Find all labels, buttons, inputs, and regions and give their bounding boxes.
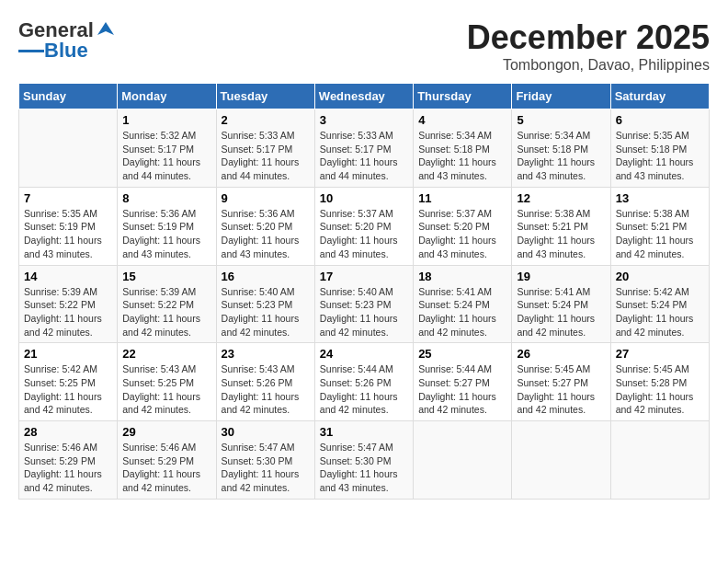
day-number: 6: [616, 113, 704, 127]
day-info: Sunrise: 5:45 AM Sunset: 5:28 PM Dayligh…: [616, 362, 704, 417]
day-info: Sunrise: 5:46 AM Sunset: 5:29 PM Dayligh…: [24, 441, 112, 495]
day-info: Sunrise: 5:45 AM Sunset: 5:27 PM Dayligh…: [517, 362, 605, 417]
day-number: 12: [517, 191, 605, 205]
day-info: Sunrise: 5:37 AM Sunset: 5:20 PM Dayligh…: [418, 207, 506, 261]
title-block: December 2025 Tombongon, Davao, Philippi…: [467, 18, 710, 74]
calendar-cell: 14Sunrise: 5:39 AM Sunset: 5:22 PM Dayli…: [19, 265, 118, 343]
day-info: Sunrise: 5:40 AM Sunset: 5:23 PM Dayligh…: [222, 285, 310, 339]
day-number: 16: [222, 270, 310, 283]
day-info: Sunrise: 5:39 AM Sunset: 5:22 PM Dayligh…: [122, 285, 210, 339]
calendar-cell: 27Sunrise: 5:45 AM Sunset: 5:28 PM Dayli…: [610, 343, 709, 421]
calendar-cell: [414, 421, 512, 500]
day-header-thursday: Thursday: [414, 84, 512, 109]
day-number: 9: [222, 191, 310, 205]
calendar-cell: 16Sunrise: 5:40 AM Sunset: 5:23 PM Dayli…: [216, 265, 314, 343]
day-info: Sunrise: 5:34 AM Sunset: 5:18 PM Dayligh…: [418, 129, 506, 183]
calendar-cell: 7Sunrise: 5:35 AM Sunset: 5:19 PM Daylig…: [19, 187, 118, 265]
day-header-wednesday: Wednesday: [314, 84, 413, 109]
page-subtitle: Tombongon, Davao, Philippines: [467, 57, 710, 74]
calendar-cell: 20Sunrise: 5:42 AM Sunset: 5:24 PM Dayli…: [610, 265, 709, 343]
day-number: 20: [616, 270, 704, 283]
day-info: Sunrise: 5:39 AM Sunset: 5:22 PM Dayligh…: [24, 285, 112, 339]
day-number: 25: [418, 347, 506, 361]
day-number: 2: [222, 113, 310, 127]
day-number: 31: [320, 425, 408, 439]
calendar-cell: 25Sunrise: 5:44 AM Sunset: 5:27 PM Dayli…: [414, 343, 512, 421]
day-info: Sunrise: 5:44 AM Sunset: 5:27 PM Dayligh…: [418, 362, 506, 417]
day-number: 3: [320, 113, 408, 127]
calendar-cell: 29Sunrise: 5:46 AM Sunset: 5:29 PM Dayli…: [118, 421, 216, 500]
day-header-sunday: Sunday: [19, 84, 118, 109]
day-number: 4: [418, 113, 506, 127]
calendar-cell: [19, 109, 118, 188]
calendar-cell: 12Sunrise: 5:38 AM Sunset: 5:21 PM Dayli…: [512, 187, 610, 265]
day-info: Sunrise: 5:33 AM Sunset: 5:17 PM Dayligh…: [222, 129, 310, 183]
week-row: 1Sunrise: 5:32 AM Sunset: 5:17 PM Daylig…: [19, 109, 710, 188]
day-number: 17: [320, 270, 408, 283]
day-info: Sunrise: 5:43 AM Sunset: 5:25 PM Dayligh…: [122, 362, 210, 417]
day-info: Sunrise: 5:34 AM Sunset: 5:18 PM Dayligh…: [517, 129, 605, 183]
day-info: Sunrise: 5:35 AM Sunset: 5:18 PM Dayligh…: [616, 129, 704, 183]
day-info: Sunrise: 5:38 AM Sunset: 5:21 PM Dayligh…: [616, 207, 704, 261]
day-header-saturday: Saturday: [610, 84, 709, 109]
day-number: 28: [24, 425, 112, 439]
day-number: 10: [320, 191, 408, 205]
day-info: Sunrise: 5:43 AM Sunset: 5:26 PM Dayligh…: [222, 362, 310, 417]
calendar-table: SundayMondayTuesdayWednesdayThursdayFrid…: [18, 83, 710, 500]
week-row: 7Sunrise: 5:35 AM Sunset: 5:19 PM Daylig…: [19, 187, 710, 265]
week-row: 14Sunrise: 5:39 AM Sunset: 5:22 PM Dayli…: [19, 265, 710, 343]
day-info: Sunrise: 5:37 AM Sunset: 5:20 PM Dayligh…: [320, 207, 408, 261]
calendar-cell: 28Sunrise: 5:46 AM Sunset: 5:29 PM Dayli…: [19, 421, 118, 500]
calendar-cell: 19Sunrise: 5:41 AM Sunset: 5:24 PM Dayli…: [512, 265, 610, 343]
calendar-cell: 17Sunrise: 5:40 AM Sunset: 5:23 PM Dayli…: [314, 265, 413, 343]
day-header-monday: Monday: [118, 84, 216, 109]
day-info: Sunrise: 5:35 AM Sunset: 5:19 PM Dayligh…: [24, 207, 112, 261]
day-info: Sunrise: 5:32 AM Sunset: 5:17 PM Dayligh…: [122, 129, 210, 183]
day-header-tuesday: Tuesday: [216, 84, 314, 109]
calendar-cell: 10Sunrise: 5:37 AM Sunset: 5:20 PM Dayli…: [314, 187, 413, 265]
calendar-cell: 13Sunrise: 5:38 AM Sunset: 5:21 PM Dayli…: [610, 187, 709, 265]
day-info: Sunrise: 5:33 AM Sunset: 5:17 PM Dayligh…: [320, 129, 408, 183]
day-number: 13: [616, 191, 704, 205]
calendar-cell: 22Sunrise: 5:43 AM Sunset: 5:25 PM Dayli…: [118, 343, 216, 421]
week-row: 28Sunrise: 5:46 AM Sunset: 5:29 PM Dayli…: [19, 421, 710, 500]
day-info: Sunrise: 5:42 AM Sunset: 5:25 PM Dayligh…: [24, 362, 112, 417]
day-number: 22: [122, 347, 210, 361]
calendar-cell: 1Sunrise: 5:32 AM Sunset: 5:17 PM Daylig…: [118, 109, 216, 188]
calendar-cell: [610, 421, 709, 500]
calendar-cell: 30Sunrise: 5:47 AM Sunset: 5:30 PM Dayli…: [216, 421, 314, 500]
calendar-cell: [512, 421, 610, 500]
day-number: 11: [418, 191, 506, 205]
calendar-cell: 18Sunrise: 5:41 AM Sunset: 5:24 PM Dayli…: [414, 265, 512, 343]
day-info: Sunrise: 5:47 AM Sunset: 5:30 PM Dayligh…: [320, 441, 408, 495]
calendar-cell: 4Sunrise: 5:34 AM Sunset: 5:18 PM Daylig…: [414, 109, 512, 188]
day-info: Sunrise: 5:42 AM Sunset: 5:24 PM Dayligh…: [616, 285, 704, 339]
logo-blue-text: Blue: [44, 39, 88, 63]
day-number: 27: [616, 347, 704, 361]
calendar-cell: 23Sunrise: 5:43 AM Sunset: 5:26 PM Dayli…: [216, 343, 314, 421]
day-number: 19: [517, 270, 605, 283]
svg-marker-0: [97, 22, 114, 35]
page-header: General Blue December 2025 Tombongon, Da…: [18, 18, 710, 74]
day-number: 1: [122, 113, 210, 127]
calendar-cell: 6Sunrise: 5:35 AM Sunset: 5:18 PM Daylig…: [610, 109, 709, 188]
day-number: 15: [122, 270, 210, 283]
calendar-cell: 2Sunrise: 5:33 AM Sunset: 5:17 PM Daylig…: [216, 109, 314, 188]
day-number: 30: [222, 425, 310, 439]
week-row: 21Sunrise: 5:42 AM Sunset: 5:25 PM Dayli…: [19, 343, 710, 421]
calendar-cell: 11Sunrise: 5:37 AM Sunset: 5:20 PM Dayli…: [414, 187, 512, 265]
calendar-cell: 5Sunrise: 5:34 AM Sunset: 5:18 PM Daylig…: [512, 109, 610, 188]
day-number: 29: [122, 425, 210, 439]
day-number: 26: [517, 347, 605, 361]
day-info: Sunrise: 5:41 AM Sunset: 5:24 PM Dayligh…: [418, 285, 506, 339]
calendar-cell: 24Sunrise: 5:44 AM Sunset: 5:26 PM Dayli…: [314, 343, 413, 421]
day-info: Sunrise: 5:47 AM Sunset: 5:30 PM Dayligh…: [222, 441, 310, 495]
day-info: Sunrise: 5:41 AM Sunset: 5:24 PM Dayligh…: [517, 285, 605, 339]
day-number: 18: [418, 270, 506, 283]
day-header-friday: Friday: [512, 84, 610, 109]
calendar-cell: 9Sunrise: 5:36 AM Sunset: 5:20 PM Daylig…: [216, 187, 314, 265]
day-number: 21: [24, 347, 112, 361]
calendar-cell: 15Sunrise: 5:39 AM Sunset: 5:22 PM Dayli…: [118, 265, 216, 343]
day-info: Sunrise: 5:40 AM Sunset: 5:23 PM Dayligh…: [320, 285, 408, 339]
day-number: 14: [24, 270, 112, 283]
